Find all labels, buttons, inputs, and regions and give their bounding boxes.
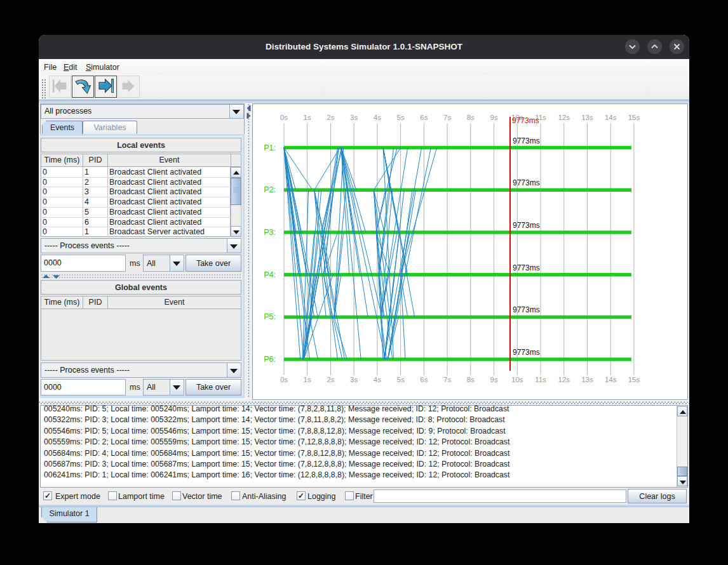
svg-text:11s: 11s	[535, 376, 546, 383]
svg-text:8s: 8s	[467, 114, 475, 121]
svg-text:13s: 13s	[581, 376, 593, 383]
svg-text:P6:: P6:	[264, 355, 276, 364]
svg-text:8s: 8s	[467, 376, 475, 383]
svg-text:10s: 10s	[511, 376, 523, 383]
svg-text:P2:: P2:	[264, 185, 276, 194]
svg-text:14s: 14s	[605, 114, 617, 121]
svg-text:14s: 14s	[605, 376, 617, 383]
svg-text:15s: 15s	[628, 376, 640, 383]
svg-text:13s: 13s	[581, 114, 593, 121]
svg-text:9s: 9s	[490, 376, 498, 383]
svg-text:2s: 2s	[327, 376, 334, 383]
svg-text:P3:: P3:	[264, 228, 276, 237]
svg-text:3s: 3s	[350, 376, 358, 383]
svg-text:9773ms: 9773ms	[513, 178, 540, 187]
svg-text:4s: 4s	[374, 376, 381, 383]
svg-text:4s: 4s	[374, 114, 381, 121]
svg-text:9773ms: 9773ms	[513, 305, 540, 314]
svg-text:5s: 5s	[397, 376, 405, 383]
svg-text:9s: 9s	[490, 114, 498, 121]
svg-text:7s: 7s	[443, 376, 451, 383]
svg-text:P1:: P1:	[264, 143, 276, 152]
svg-text:1s: 1s	[304, 376, 311, 383]
svg-text:5s: 5s	[397, 114, 405, 121]
svg-text:1s: 1s	[304, 114, 311, 121]
svg-text:15s: 15s	[628, 114, 640, 121]
svg-text:0s: 0s	[280, 114, 288, 121]
svg-text:7s: 7s	[443, 114, 451, 121]
svg-text:9773ms: 9773ms	[513, 263, 540, 272]
svg-text:9773ms: 9773ms	[513, 221, 540, 230]
svg-text:0s: 0s	[280, 376, 288, 383]
svg-text:9773ms: 9773ms	[513, 136, 540, 145]
svg-text:P4:: P4:	[264, 270, 276, 279]
svg-text:6s: 6s	[420, 114, 428, 121]
svg-text:9773ms: 9773ms	[513, 348, 540, 357]
svg-text:9773ms: 9773ms	[512, 116, 539, 125]
svg-text:6s: 6s	[420, 376, 428, 383]
svg-text:12s: 12s	[558, 376, 570, 383]
svg-text:3s: 3s	[350, 114, 358, 121]
svg-text:2s: 2s	[327, 114, 334, 121]
svg-text:12s: 12s	[558, 114, 570, 121]
svg-text:P5:: P5:	[264, 312, 276, 321]
